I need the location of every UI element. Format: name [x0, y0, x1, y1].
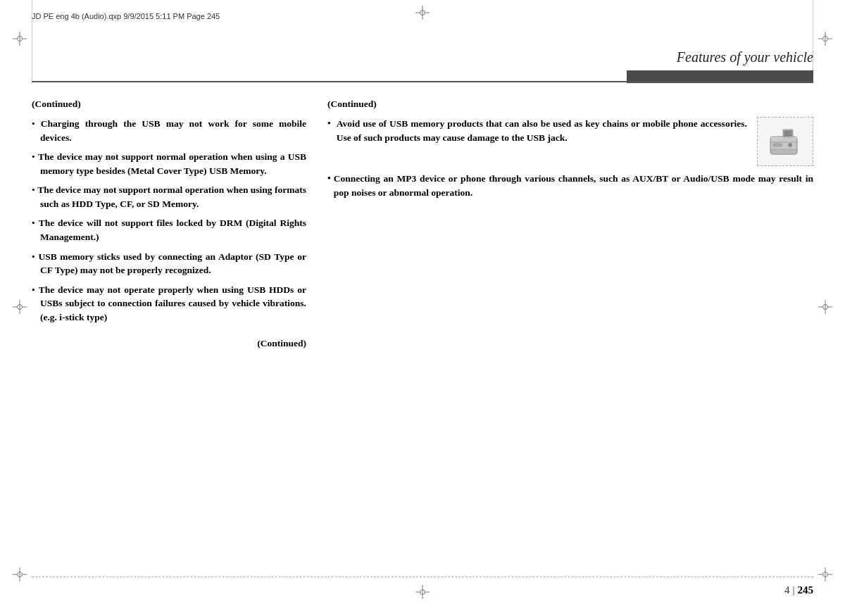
usb-drive-svg [763, 122, 807, 161]
top-line [32, 81, 813, 82]
file-header-text: JD PE eng 4b (Audio).qxp 9/9/2015 5:11 P… [32, 12, 220, 20]
svg-rect-7 [770, 149, 797, 154]
reg-mark-right-top [818, 32, 832, 49]
list-item: The device will not support files locked… [32, 216, 306, 244]
reg-mark-left-top [13, 32, 27, 49]
svg-rect-2 [784, 131, 791, 137]
section-title: Features of your vehicle [677, 49, 813, 65]
list-item: Charging through the USB may not work fo… [32, 117, 306, 144]
bullet-symbol-2: • [327, 172, 331, 184]
bottom-dashed-line [32, 577, 813, 577]
right-bullet-1-row: • Avoid use of USB memory products that … [327, 117, 813, 166]
right-bullet-2-text: Connecting an MP3 device or phone throug… [334, 172, 813, 199]
right-bullet-2-row: • Connecting an MP3 device or phone thro… [327, 172, 813, 199]
right-column: (Continued) • Avoid use of USB memory pr… [327, 99, 813, 532]
page-container: JD PE eng 4b (Audio).qxp 9/9/2015 5:11 P… [0, 0, 845, 616]
reg-mark-left-bottom [13, 567, 27, 584]
page-separator: | [792, 584, 794, 596]
svg-rect-6 [770, 137, 797, 139]
left-continued-footer: (Continued) [32, 338, 306, 349]
list-item: The device may not support nor­mal opera… [32, 183, 306, 210]
list-item: The device may not operate prop­erly whe… [32, 283, 306, 325]
right-bullet-1-text: Avoid use of USB memory products that ca… [337, 117, 813, 166]
content-area: (Continued) Charging through the USB may… [32, 99, 813, 532]
svg-point-4 [789, 143, 792, 146]
reg-mark-right-bottom [818, 567, 832, 584]
bullet-symbol-1: • [327, 117, 331, 129]
crosshair-middle-right [818, 300, 832, 317]
crosshair-middle-left [13, 300, 27, 317]
right-continued-heading: (Continued) [327, 99, 813, 110]
crosshair-top-center [415, 6, 430, 23]
usb-flash-drive-image [757, 117, 813, 166]
left-column: (Continued) Charging through the USB may… [32, 99, 306, 532]
left-continued-heading: (Continued) [32, 99, 306, 110]
svg-rect-5 [773, 144, 782, 146]
page-number: 4 | 245 [784, 584, 813, 596]
list-item: USB memory sticks used by con­necting an… [32, 250, 306, 277]
crosshair-bottom-center [415, 585, 430, 602]
page-num: 245 [798, 584, 814, 596]
list-item: The device may not support nor­mal opera… [32, 150, 306, 177]
section-number: 4 [784, 584, 790, 596]
left-bullet-list: Charging through the USB may not work fo… [32, 117, 306, 324]
